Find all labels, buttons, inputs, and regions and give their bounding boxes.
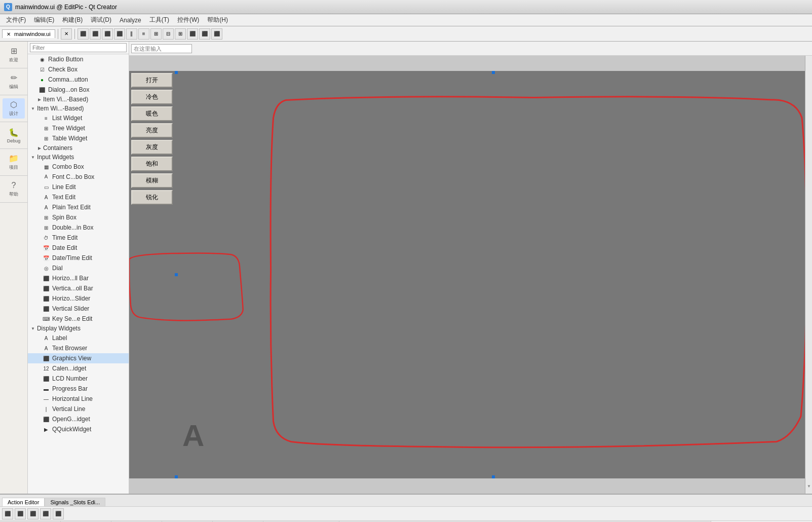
widget-v-line[interactable]: | Vertical Line [28, 404, 129, 414]
btn-warm[interactable]: 暖色 [131, 106, 173, 121]
bottom-toolbar: ⬛ ⬛ ⬛ ⬛ ⬛ [0, 507, 812, 521]
tb-btn2[interactable]: ⬛ [90, 28, 101, 40]
bt-btn4[interactable]: ⬛ [40, 508, 51, 519]
tb-btn4[interactable]: ⬛ [114, 28, 125, 40]
widget-time-edit[interactable]: ⏱ Time Edit [28, 233, 129, 243]
tb-btn7[interactable]: ⊞ [150, 28, 162, 40]
widget-table-widget[interactable]: ⊞ Table Widget [28, 133, 129, 143]
widget-date-edit[interactable]: 📅 Date Edit [28, 243, 129, 253]
menu-debug[interactable]: 调试(D) [87, 15, 115, 25]
tb-btn3[interactable]: ⬛ [102, 28, 113, 40]
tb-btn9[interactable]: ⊞ [175, 28, 186, 40]
widget-h-line[interactable]: — Horizontal Line [28, 394, 129, 404]
widget-label: Horizo...Slider [52, 295, 90, 302]
resize-handle-bottom[interactable] [492, 475, 495, 478]
widget-label: Time Edit [52, 234, 78, 241]
tb-close-btn[interactable]: ✕ [61, 28, 72, 40]
resize-handle-top[interactable] [492, 71, 495, 74]
tb-btn1[interactable]: ⬛ [78, 28, 89, 40]
filter-input[interactable] [30, 43, 127, 52]
widget-progress-bar[interactable]: ▬ Progress Bar [28, 384, 129, 394]
tab-close-icon[interactable]: ✕ [7, 31, 11, 37]
widget-containers[interactable]: ▶ Containers [28, 143, 129, 153]
tab-signals-slots[interactable]: Signals _Slots Edi... [45, 498, 105, 506]
widget-key-edit[interactable]: ⌨ Key Se...e Edit [28, 314, 129, 324]
widget-check-box[interactable]: ☑ Check Box [28, 64, 129, 74]
tb-btn10[interactable]: ⬛ [187, 28, 198, 40]
widget-datetime-edit[interactable]: 📅 Date/Time Edit [28, 253, 129, 263]
widget-command-button[interactable]: ● Comma...utton [28, 74, 129, 85]
widget-plain-text-edit[interactable]: A Plain Text Edit [28, 202, 129, 212]
widget-radio-button[interactable]: ◉ Radio Button [28, 54, 129, 64]
widget-label[interactable]: A Label [28, 333, 129, 343]
menu-controls[interactable]: 控件(W) [173, 15, 203, 25]
canvas-content[interactable]: 打开 冷色 暖色 亮度 灰度 饱和 模糊 锐化 A [129, 56, 812, 494]
menu-analyze[interactable]: Analyze [115, 16, 145, 25]
widget-lcd-number[interactable]: ⬛ LCD Number [28, 374, 129, 384]
sidebar-btn-edit[interactable]: ✏ 编辑 [3, 71, 25, 92]
widget-calendar[interactable]: 12 Calen...idget [28, 363, 129, 374]
bt-btn3[interactable]: ⬛ [27, 508, 38, 519]
sidebar-btn-debug[interactable]: 🐛 Debug [3, 125, 25, 145]
widget-v-slider[interactable]: ⬛ Vertical Slider [28, 304, 129, 314]
resize-handle-left[interactable] [175, 273, 178, 276]
menu-build[interactable]: 构建(B) [58, 15, 87, 25]
widget-item-widget[interactable]: ▼ Item Wi...-Based) [28, 104, 129, 113]
btn-open[interactable]: 打开 [131, 73, 173, 88]
widget-list-widget[interactable]: ≡ List Widget [28, 113, 129, 123]
bt-btn1[interactable]: ⬛ [2, 508, 13, 519]
sidebar-btn-design[interactable]: ⬡ 设计 [3, 98, 25, 119]
widget-graphics-view[interactable]: ⬛ Graphics View [28, 353, 129, 363]
resize-handle-bl[interactable] [175, 475, 178, 478]
tb-btn5[interactable]: ‖ [126, 28, 137, 40]
bt-btn5[interactable]: ⬛ [53, 508, 64, 519]
widget-text-browser[interactable]: A Text Browser [28, 343, 129, 353]
menu-file[interactable]: 文件(F) [2, 15, 30, 25]
widget-qquick[interactable]: ▶ QQuickWidget [28, 424, 129, 434]
sidebar-btn-welcome[interactable]: ⊞ 欢迎 [3, 45, 25, 65]
tb-btn8[interactable]: ⊟ [163, 28, 174, 40]
tb-btn11[interactable]: ⬛ [199, 28, 210, 40]
file-tab[interactable]: ✕ mainwindow.ui [2, 29, 55, 38]
widget-opengl[interactable]: ⬛ OpenG...idget [28, 414, 129, 424]
canvas-vscroll[interactable]: ▼ [805, 56, 812, 494]
menu-tools[interactable]: 工具(T) [145, 15, 173, 25]
btn-sharpen[interactable]: 锐化 [131, 190, 173, 205]
tb-btn6[interactable]: ≡ [138, 28, 149, 40]
btn-blur[interactable]: 模糊 [131, 173, 173, 188]
btn-saturation[interactable]: 饱和 [131, 157, 173, 171]
widget-line-edit[interactable]: ▭ Line Edit [28, 182, 129, 192]
widget-display-widgets[interactable]: ▼ Display Widgets [28, 324, 129, 333]
widget-font-combo[interactable]: Ꭺ Font C...bo Box [28, 172, 129, 182]
widget-tree-widget[interactable]: ⊞ Tree Widget [28, 123, 129, 133]
widget-item-view[interactable]: ▶ Item Vi...-Based) [28, 95, 129, 104]
menu-help[interactable]: 帮助(H) [203, 15, 232, 25]
btn-gray-tone[interactable]: 灰度 [131, 140, 173, 155]
widget-v-scrollbar[interactable]: ⬛ Vertica...oll Bar [28, 283, 129, 293]
widget-h-slider[interactable]: ⬛ Horizo...Slider [28, 293, 129, 304]
widget-label: Label [52, 334, 67, 342]
btn-cold[interactable]: 冷色 [131, 90, 173, 104]
widget-combo-box[interactable]: ▦ Combo Box [28, 162, 129, 172]
widget-dialog-box[interactable]: ⬛ Dialog...on Box [28, 85, 129, 95]
menu-edit[interactable]: 编辑(E) [30, 15, 58, 25]
bt-btn2[interactable]: ⬛ [15, 508, 26, 519]
icon-group-debug: 🐛 Debug [0, 122, 27, 149]
widget-input-widgets[interactable]: ▼ Input Widgets [28, 153, 129, 162]
widget-spin-box[interactable]: ⊞ Spin Box [28, 212, 129, 222]
plain-edit-icon: A [42, 203, 50, 211]
widget-double-spin[interactable]: ⊞ Double...in Box [28, 222, 129, 233]
widget-text-edit[interactable]: A Text Edit [28, 192, 129, 202]
vscroll-icon: ⬛ [42, 284, 50, 292]
widget-h-scrollbar[interactable]: ⬛ Horizo...ll Bar [28, 273, 129, 283]
sidebar-btn-help[interactable]: ? 帮助 [3, 179, 25, 199]
btn-brightness[interactable]: 亮度 [131, 123, 173, 138]
canvas-input[interactable] [131, 44, 192, 53]
tab-action-editor[interactable]: Action Editor [2, 498, 45, 506]
tb-btn12[interactable]: ⬛ [211, 28, 222, 40]
resize-handle-tl[interactable] [175, 71, 178, 74]
widget-label: Horizontal Line [52, 395, 93, 402]
help-label: 帮助 [9, 191, 18, 198]
widget-dial[interactable]: ◎ Dial [28, 263, 129, 273]
sidebar-btn-project[interactable]: 📁 项目 [3, 152, 25, 172]
